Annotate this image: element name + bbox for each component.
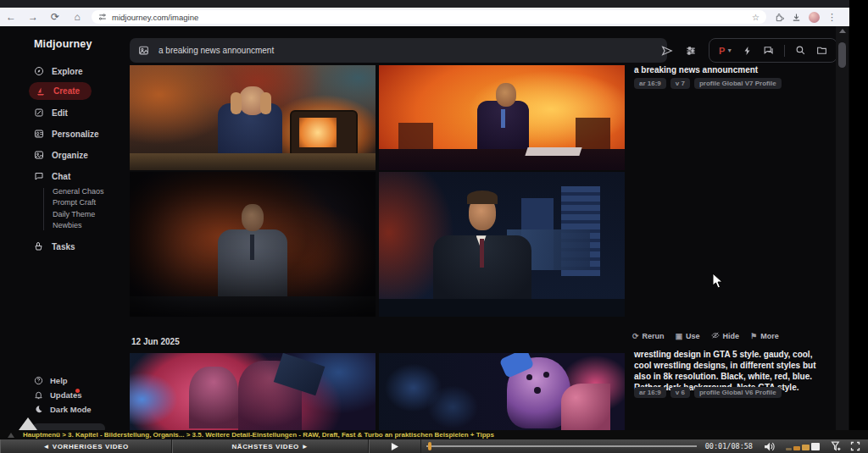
rerun-button[interactable]: ⟳ Rerun <box>632 332 665 340</box>
hide-eye-icon <box>711 331 720 341</box>
settings-sliders-icon[interactable] <box>685 45 697 57</box>
tasks-icon <box>34 241 44 251</box>
prompt-input[interactable] <box>157 45 659 56</box>
channel-newbies[interactable]: Newbies <box>53 221 82 229</box>
divider <box>784 45 785 57</box>
tie-shape <box>480 239 484 268</box>
seek-bar[interactable] <box>421 439 699 453</box>
sidebar-item-chat[interactable]: Chat <box>34 169 70 183</box>
midjourney-page: Midjourney Explore Create Edit Per <box>0 26 849 430</box>
folder-icon[interactable] <box>816 45 827 56</box>
avatar[interactable] <box>809 12 820 23</box>
personalize-icon <box>34 129 44 139</box>
tag-aspect: ar 16:9 <box>634 78 666 89</box>
bell-icon <box>34 390 43 400</box>
quick-tools-group: P ▼ <box>709 38 837 63</box>
sidebar-item-organize[interactable]: Organize <box>34 148 88 162</box>
time-display: 00:01/08:58 <box>700 442 760 450</box>
prompt-bar <box>130 38 667 63</box>
desk-shape <box>379 149 625 170</box>
extensions-icon[interactable] <box>775 13 784 22</box>
reload-icon[interactable]: ⟳ <box>44 11 66 23</box>
image-prompt-icon <box>138 45 149 56</box>
burning-building-shape <box>576 118 610 152</box>
bookmark-star-icon[interactable]: ☆ <box>752 13 760 22</box>
feed-date-label: 12 Jun 2025 <box>131 337 180 346</box>
papers-shape <box>525 147 581 156</box>
burning-building-shape <box>398 123 433 152</box>
sidebar-item-tasks[interactable]: Tasks <box>34 240 75 253</box>
previous-video-button[interactable]: ◄ VORHERIGES VIDEO <box>0 439 172 453</box>
next-video-button[interactable]: NÄCHSTES VIDEO ► <box>172 439 369 453</box>
feedback-chat-icon[interactable] <box>763 45 774 56</box>
generated-image-dark-standing-anchor[interactable] <box>130 172 376 317</box>
pencil-icon <box>34 108 44 118</box>
rerun-icon: ⟳ <box>632 332 639 340</box>
sidebar-footer-pill <box>32 423 105 430</box>
filter-quality-icon[interactable] <box>826 441 846 451</box>
tag-profile: profile Global V7 Profile <box>694 78 782 89</box>
page-scrollbar[interactable] <box>836 26 849 430</box>
player-peek-arrow[interactable] <box>19 417 37 430</box>
chrome-menu-icon[interactable]: ⋮ <box>827 12 837 23</box>
sidebar-item-dark-mode[interactable]: Dark Mode <box>34 405 92 414</box>
tag-version: v 6 <box>670 387 690 398</box>
more-flag-icon: ⚑ <box>750 332 757 340</box>
url-bar[interactable]: midjourney.com/imagine ☆ <box>92 10 766 24</box>
more-button[interactable]: ⚑ More <box>750 332 779 340</box>
volume-level-bars[interactable] <box>786 442 820 450</box>
site-settings-icon <box>98 13 107 21</box>
download-icon[interactable] <box>792 13 801 22</box>
sidebar-item-edit[interactable]: Edit <box>34 106 68 119</box>
gallery-icon <box>34 150 44 160</box>
scrollbar-up-arrow[interactable] <box>839 29 846 33</box>
play-button[interactable] <box>369 439 421 453</box>
play-icon <box>391 443 398 450</box>
url-text: midjourney.com/imagine <box>112 13 198 22</box>
use-button[interactable]: ▣ Use <box>676 332 700 340</box>
seek-playhead[interactable] <box>428 442 431 450</box>
home-icon[interactable]: ⌂ <box>66 11 88 23</box>
hide-button[interactable]: Hide <box>711 331 740 341</box>
submit-icon[interactable] <box>661 45 673 57</box>
generated-image-shocked-anchor[interactable] <box>130 65 376 170</box>
forward-icon[interactable]: → <box>22 11 44 23</box>
search-icon[interactable] <box>795 45 806 56</box>
fullscreen-icon[interactable] <box>846 441 865 451</box>
vignette <box>130 172 376 317</box>
breadcrumb-text: Hauptmenü > 3. Kapitel - Bilderstellung,… <box>23 431 494 439</box>
app-logo[interactable]: Midjourney <box>34 38 92 50</box>
job-prompt-text[interactable]: a breaking news announcment <box>634 64 831 75</box>
sidebar-item-updates[interactable]: Updates <box>34 390 81 400</box>
turbo-bolt-icon[interactable] <box>743 46 753 56</box>
generated-image-masked-wrestler[interactable] <box>379 353 625 430</box>
channel-general-chaos[interactable]: General Chaos <box>53 187 104 196</box>
compass-icon <box>34 66 44 76</box>
sidebar-item-help[interactable]: Help <box>34 376 68 385</box>
channel-prompt-craft[interactable]: Prompt Craft <box>53 198 96 207</box>
sidebar-item-personalize[interactable]: Personalize <box>34 127 99 141</box>
sidebar-item-create[interactable]: Create <box>29 82 92 100</box>
personalize-profile-button[interactable]: P ▼ <box>719 46 732 56</box>
generated-image-city-anchor[interactable] <box>379 172 625 317</box>
player-breadcrumb-bar[interactable]: Hauptmenü > 3. Kapitel - Bilderstellung,… <box>0 430 868 439</box>
chat-bubble-icon <box>34 171 44 181</box>
volume-speaker-icon[interactable] <box>760 442 779 451</box>
desk-shape <box>379 299 625 317</box>
player-controls: ◄ VORHERIGES VIDEO NÄCHSTES VIDEO ► 00:0… <box>0 439 868 453</box>
sidebar-item-explore[interactable]: Explore <box>34 64 83 78</box>
shoulder-shape <box>561 384 610 430</box>
job-actions: ⟳ Rerun ▣ Use Hide ⚑ More <box>632 331 779 341</box>
channel-tree-line <box>43 188 44 230</box>
notification-dot <box>75 389 80 393</box>
sail-create-icon <box>36 86 46 97</box>
back-icon[interactable]: ← <box>0 11 22 23</box>
breadcrumb-arrow-icon <box>8 433 14 438</box>
hair-shape <box>467 191 498 204</box>
browser-tab-strip <box>0 0 849 8</box>
job-tags: ar 16:9 v 7 profile Global V7 Profile <box>634 78 782 89</box>
generated-image-wrestlers[interactable] <box>130 353 376 430</box>
generated-image-fire-anchor[interactable] <box>379 65 625 170</box>
scrollbar-thumb[interactable] <box>838 42 846 68</box>
channel-daily-theme[interactable]: Daily Theme <box>53 210 95 218</box>
